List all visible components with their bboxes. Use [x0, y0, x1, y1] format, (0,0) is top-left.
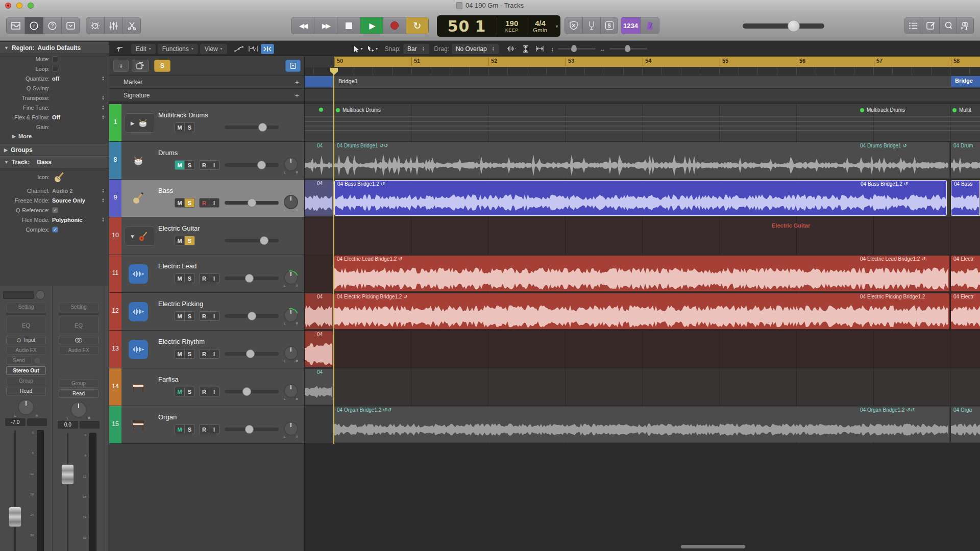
mute-button[interactable]: M	[175, 236, 185, 245]
replace-mode-button[interactable]	[565, 17, 582, 34]
horizontal-fit-zoom-button[interactable]	[533, 44, 547, 54]
track-name[interactable]: Electric Rhythm	[158, 338, 205, 345]
track-name[interactable]: Multitrack Drums	[158, 111, 208, 119]
stepper-icon[interactable]: ▲▼	[101, 217, 106, 222]
stepper-icon[interactable]: ▲▼	[101, 95, 106, 101]
track-volume-knob[interactable]	[257, 161, 266, 169]
track-header-electric-picking[interactable]: 12 Electric Picking MS RI LR	[109, 293, 304, 331]
audio-region[interactable]: 04 Electr	[951, 293, 980, 329]
marker-next[interactable]: Bridge	[951, 76, 980, 87]
stereo-format-button[interactable]	[59, 336, 99, 344]
selected-audio-region[interactable]: 04 Bass Bridge1.2 ↺ 04 Bass Bridge1.2 ↺	[334, 180, 947, 216]
audio-region[interactable]: 04	[305, 369, 333, 405]
track-icon[interactable]	[129, 189, 148, 208]
loop-checkbox[interactable]	[52, 66, 58, 72]
track-name[interactable]: Bass	[158, 187, 173, 194]
lcd-position-beat[interactable]: 1	[475, 17, 486, 35]
track-icon[interactable]	[129, 151, 148, 170]
region-label[interactable]: Multit	[952, 107, 971, 113]
vertical-zoom-knob[interactable]	[571, 45, 577, 52]
audio-region[interactable]: 04 Drums Bridge1 ↺↺ 04 Drums Bridge1 ↺	[334, 142, 949, 178]
solo-button[interactable]: S	[185, 122, 195, 132]
track-volume-knob[interactable]	[246, 349, 255, 358]
solo-button[interactable]: S	[185, 311, 195, 321]
record-enable-button[interactable]: R	[199, 424, 209, 434]
mute-button[interactable]: M	[175, 424, 185, 434]
library-button[interactable]	[6, 17, 24, 34]
volume-fader[interactable]: 06121824304060	[58, 433, 100, 551]
snap-control[interactable]: Snap: Bar▲▼	[385, 44, 429, 54]
region-row-quantize[interactable]: Quantize:off▲▼	[0, 73, 109, 83]
close-window-button[interactable]	[5, 3, 11, 9]
automation-button[interactable]	[232, 44, 246, 54]
automation-mode-button[interactable]: Read	[6, 387, 46, 395]
track-volume-slider[interactable]	[225, 390, 279, 393]
track-row-freeze[interactable]: Freeze Mode:Source Only▲▼	[0, 195, 109, 205]
solo-button[interactable]: S	[185, 273, 195, 283]
track-header-electric-lead[interactable]: 11 Electric Lead MS RI LR	[109, 255, 304, 293]
audio-region[interactable]: 04 Organ Bridge1.2 ↺↺ 04 Organ Bridge1.2…	[334, 407, 949, 442]
stepper-icon[interactable]: ▲▼	[101, 115, 106, 120]
waveform-zoom-button[interactable]	[505, 44, 518, 54]
audio-region[interactable]: 04	[305, 293, 333, 329]
automation-mode-button[interactable]: Read	[59, 389, 99, 398]
region-row-electric-rhythm[interactable]: 04	[305, 331, 980, 368]
track-inspector-header[interactable]: ▼ Track: Bass	[0, 156, 109, 168]
lcd-chevron-icon[interactable]: ▾	[553, 15, 560, 37]
subdivision-ruler[interactable]	[305, 67, 980, 76]
master-solo-button[interactable]: S	[154, 60, 170, 72]
mute-button[interactable]: M	[175, 311, 185, 321]
group-button[interactable]: Group	[59, 379, 99, 388]
track-volume-knob[interactable]	[260, 236, 268, 245]
vertical-zoom-slider[interactable]	[558, 48, 596, 49]
volume-value[interactable]: -7.0	[5, 418, 26, 426]
region-row-gain[interactable]: Gain:	[0, 122, 109, 132]
solo-button[interactable]: S	[185, 387, 195, 396]
region-row-farfisa[interactable]: 04	[305, 368, 980, 406]
input-monitor-button[interactable]: I	[209, 387, 219, 396]
track-volume-slider[interactable]	[225, 163, 279, 167]
track-pan-knob[interactable]: LR	[284, 270, 298, 285]
track-name[interactable]: Drums	[158, 149, 178, 157]
region-row-flexfollow[interactable]: Flex & Follow:Off▲▼	[0, 112, 109, 122]
stepper-icon[interactable]: ▲▼	[101, 198, 106, 203]
region-row-multitrack-drums[interactable]: Multitrack Drums Multitrack Drums Multit	[305, 104, 980, 142]
track-volume-knob[interactable]	[258, 123, 267, 132]
disclosure-right-icon[interactable]: ▶	[131, 120, 135, 126]
marker-current[interactable]: Bridge1	[338, 78, 358, 84]
send-button[interactable]: Send	[6, 356, 32, 365]
audio-fx-button[interactable]: Audio FX	[59, 346, 99, 355]
record-enable-button[interactable]: R	[199, 198, 209, 208]
add-track-button[interactable]: +	[113, 60, 129, 72]
playhead-line[interactable]	[333, 68, 334, 444]
track-volume-knob[interactable]	[248, 198, 256, 207]
mute-button[interactable]: M	[175, 160, 185, 170]
collapse-headers-button[interactable]	[285, 60, 301, 72]
track-pan-knob[interactable]: LR	[284, 384, 298, 398]
track-row-channel[interactable]: Channel:Audio 2▲▼	[0, 186, 109, 195]
track-name[interactable]: Farfisa	[158, 375, 179, 383]
input-monitor-button[interactable]: I	[209, 273, 219, 283]
mute-checkbox[interactable]	[52, 56, 58, 62]
track-volume-slider[interactable]	[225, 126, 279, 129]
lcd-key[interactable]: Gmin	[533, 28, 547, 33]
track-volume-slider[interactable]	[225, 352, 279, 356]
eq-button[interactable]: EQ	[59, 317, 99, 334]
track-volume-slider[interactable]	[225, 277, 279, 280]
send-knob[interactable]	[34, 357, 41, 364]
region-label[interactable]: Multitrack Drums	[860, 107, 905, 113]
functions-menu[interactable]: Functions▾	[158, 44, 198, 54]
track-header-multitrack-drums[interactable]: 1 ▶ Multitrack Drums MS	[109, 104, 304, 142]
view-menu[interactable]: View▾	[200, 44, 227, 54]
track-header-drums[interactable]: 8 Drums MS RI LR	[109, 142, 304, 180]
pan-knob[interactable]	[70, 402, 87, 418]
stepper-icon[interactable]: ▲▼	[101, 76, 106, 81]
waveform-track-icon[interactable]	[129, 340, 148, 359]
organ-track-icon[interactable]	[129, 378, 148, 397]
signature-lane-header[interactable]: Signature +	[109, 89, 304, 102]
region-row-qswing[interactable]: Q-Swing:	[0, 83, 109, 93]
region-row-drums[interactable]: 04 04 Drums Bridge1 ↺↺ 04 Drums Bridge1 …	[305, 142, 980, 180]
track-name[interactable]: Electric Lead	[158, 262, 197, 270]
bar-ruler[interactable]: 50 51 52 53 54 55 56 57 58	[305, 56, 980, 67]
track-header-farfisa[interactable]: 14 Farfisa MS RI LR	[109, 368, 304, 406]
